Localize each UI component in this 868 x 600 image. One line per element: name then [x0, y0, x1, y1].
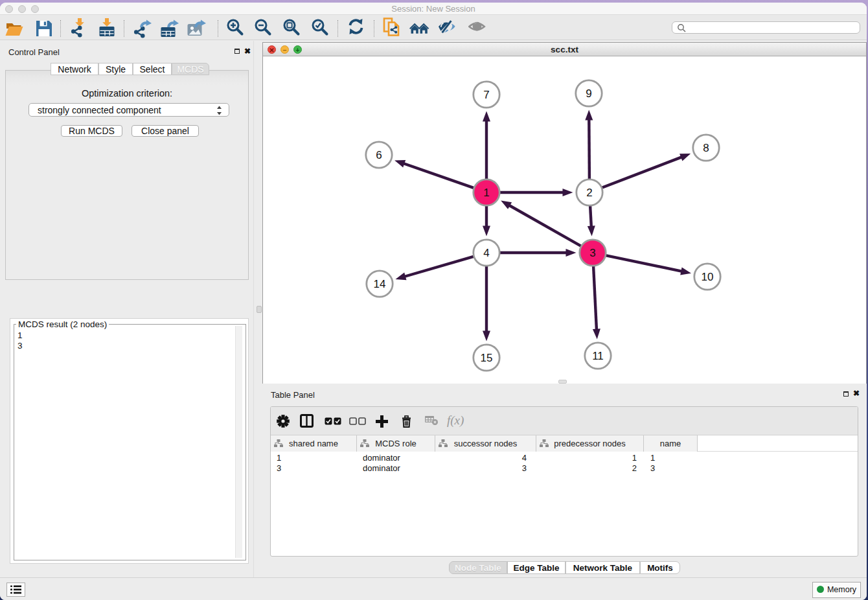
svg-text:11: 11 — [592, 350, 604, 362]
svg-text:7: 7 — [483, 89, 489, 101]
svg-text:3: 3 — [589, 247, 595, 259]
svg-text:14: 14 — [374, 278, 386, 290]
svg-text:10: 10 — [702, 271, 714, 283]
svg-text:2: 2 — [586, 187, 592, 199]
svg-text:6: 6 — [376, 149, 382, 161]
svg-text:9: 9 — [586, 87, 591, 100]
svg-text:8: 8 — [703, 142, 709, 154]
svg-text:1: 1 — [483, 187, 489, 199]
svg-text:4: 4 — [483, 247, 489, 259]
svg-text:15: 15 — [481, 352, 493, 364]
